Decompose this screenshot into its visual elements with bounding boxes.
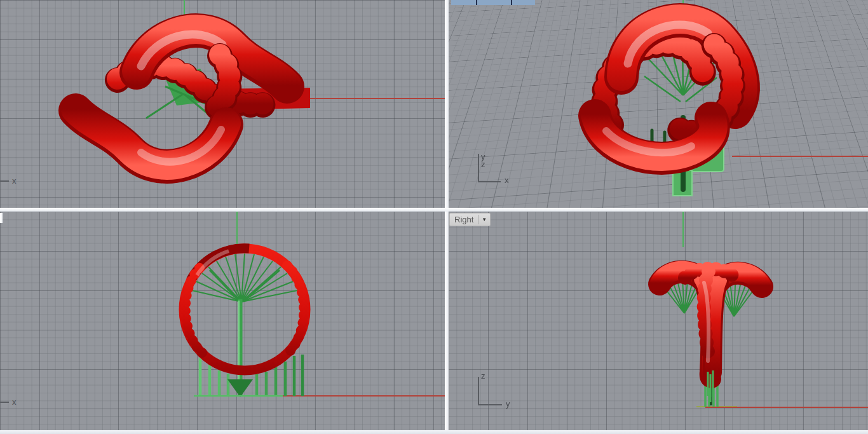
active-viewport-tab-partial[interactable] [451,0,535,5]
chevron-down-icon[interactable]: ▼ [478,217,490,222]
model-knot-perspective-view[interactable] [550,0,817,208]
smooth-tube-bottom [76,109,226,166]
ring-band [184,248,306,370]
bottom-edge-strip [0,430,868,434]
viewport-right[interactable]: Right ▼ z y [449,212,868,430]
model-ring-front-view[interactable] [0,212,445,430]
viewport-bottom-left[interactable]: x [0,212,445,430]
viewport-title-tab[interactable]: Right ▼ [449,213,491,226]
model-knot-top-view[interactable] [70,5,318,196]
viewport-title-label: Right [454,215,478,224]
axis-label-x: x [12,398,17,406]
support-cone [227,379,253,397]
viewport-top-left[interactable]: x [0,0,445,208]
viewport-top-right-perspective[interactable]: y z x [449,0,868,208]
axis-label-z: z [481,372,485,380]
viewport-divider-horizontal[interactable] [0,208,868,212]
axis-label-z: z [481,160,485,168]
smooth-tube-bottom [595,114,714,158]
axis-label-x: x [505,176,509,184]
viewport-divider-vertical[interactable] [445,0,449,430]
model-ring-right-view[interactable] [449,212,868,430]
cad-four-view-workspace: x [0,0,868,434]
axis-label-y: y [506,400,510,408]
support-trunk [227,299,253,397]
axis-label-x: x [12,177,17,185]
